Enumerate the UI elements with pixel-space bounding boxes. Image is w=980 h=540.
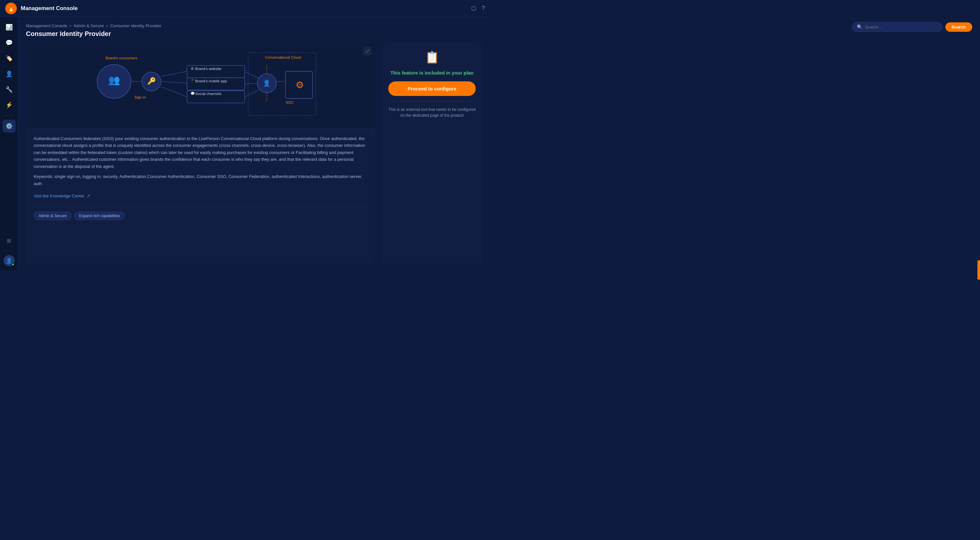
breadcrumb-management-console[interactable]: Management Console — [26, 23, 67, 28]
conversational-cloud-label: Conversational Cloud — [265, 56, 301, 59]
svg-text:⚙: ⚙ — [296, 80, 304, 90]
sidebar: 📊 💬 🏷️ 👤 🔧 ⚡ ⚙️ ⊞ 👤 — [0, 17, 18, 270]
svg-text:Brand's mobile app: Brand's mobile app — [195, 79, 227, 83]
main-card: ⤢ Conversational Cloud Brand's consumers… — [26, 43, 375, 263]
svg-line-7 — [161, 71, 187, 76]
sidebar-item-analytics[interactable]: 📊 — [3, 21, 16, 34]
tag-expand-capabilities[interactable]: Expand rich capabilities — [74, 212, 125, 220]
sidebar-bottom: ⊞ 👤 — [3, 234, 16, 266]
sidebar-item-tags[interactable]: 🏷️ — [3, 52, 16, 65]
sidebar-item-automation[interactable]: ⚡ — [3, 99, 16, 112]
topbar-icons: ⬡ ? — [471, 5, 485, 12]
svg-text:📱: 📱 — [191, 79, 195, 83]
svg-text:Sign in: Sign in — [135, 95, 146, 99]
knowledge-center-link[interactable]: Visit the Knowledge Center ↗ — [34, 193, 368, 198]
description-text: Authenticated Consumers federates (SSO) … — [34, 135, 368, 170]
app-logo: 🔥 — [5, 3, 17, 14]
panel-divider — [388, 101, 476, 102]
svg-line-8 — [161, 82, 187, 83]
sidebar-grid[interactable]: ⊞ — [3, 234, 16, 247]
breadcrumb-admin-secure[interactable]: Admin & Secure — [73, 23, 104, 28]
layout: 📊 💬 🏷️ 👤 🔧 ⚡ ⚙️ ⊞ 👤 Management Console >… — [0, 17, 490, 270]
sidebar-item-integrations[interactable]: 🔧 — [3, 83, 16, 96]
svg-text:Social channels: Social channels — [195, 92, 221, 96]
external-link-icon: ↗ — [86, 193, 90, 198]
breadcrumb-sep-1: > — [69, 23, 72, 28]
keywords-text: Keywords: single sign on, logging in, se… — [34, 173, 368, 187]
description-area: Authenticated Consumers federates (SSO) … — [26, 129, 375, 263]
sidebar-item-settings[interactable]: ⚙️ — [3, 119, 16, 132]
expand-icon[interactable]: ⤢ — [363, 47, 371, 56]
svg-text:👥: 👥 — [108, 74, 120, 86]
diagram-svg: Conversational Cloud Brand's consumers 👥… — [32, 49, 369, 121]
svg-text:👤: 👤 — [263, 80, 270, 87]
breadcrumb: Management Console > Admin & Secure > Co… — [26, 23, 482, 28]
svg-text:🔑: 🔑 — [148, 77, 156, 85]
svg-text:SSO: SSO — [285, 100, 293, 104]
topbar: 🔥 Management Console ⬡ ? — [0, 0, 490, 17]
knowledge-link-text: Visit the Knowledge Center — [34, 193, 84, 198]
sidebar-item-conversations[interactable]: 💬 — [3, 36, 16, 49]
diagram-area: ⤢ Conversational Cloud Brand's consumers… — [26, 43, 375, 129]
tags-area: Admin & Secure Expand rich capabilities — [34, 212, 368, 220]
avatar[interactable]: 👤 — [3, 255, 14, 266]
svg-text:🖥: 🖥 — [191, 67, 194, 70]
svg-line-9 — [161, 86, 187, 97]
help-icon[interactable]: ? — [482, 5, 485, 12]
avatar-status-dot — [11, 263, 14, 266]
right-panel: 📋 This feature is included in your plan … — [382, 43, 482, 263]
panel-icon: 📋 — [425, 51, 439, 64]
page-title: Consumer Identity Provider — [26, 30, 482, 38]
sidebar-divider-bottom — [4, 251, 14, 251]
card-divider — [34, 206, 368, 207]
proceed-button[interactable]: Proceed to configure — [388, 81, 476, 96]
sidebar-divider — [4, 115, 14, 116]
breadcrumb-sep-2: > — [106, 23, 108, 28]
tag-admin-secure[interactable]: Admin & Secure — [34, 212, 72, 220]
panel-note: This is an external tool that needs to b… — [388, 107, 476, 118]
app-title: Management Console — [21, 5, 467, 12]
svg-text:Brand's consumers: Brand's consumers — [106, 56, 137, 60]
svg-text:💬: 💬 — [191, 91, 195, 96]
content-area: ⤢ Conversational Cloud Brand's consumers… — [26, 43, 482, 263]
svg-text:Brand's website: Brand's website — [195, 67, 221, 71]
main-content: Management Console > Admin & Secure > Co… — [18, 17, 490, 270]
feature-text: This feature is included in your plan — [390, 69, 474, 76]
layers-icon[interactable]: ⬡ — [471, 5, 476, 12]
breadcrumb-current: Consumer Identity Provider — [110, 23, 161, 28]
sidebar-item-users[interactable]: 👤 — [3, 67, 16, 80]
